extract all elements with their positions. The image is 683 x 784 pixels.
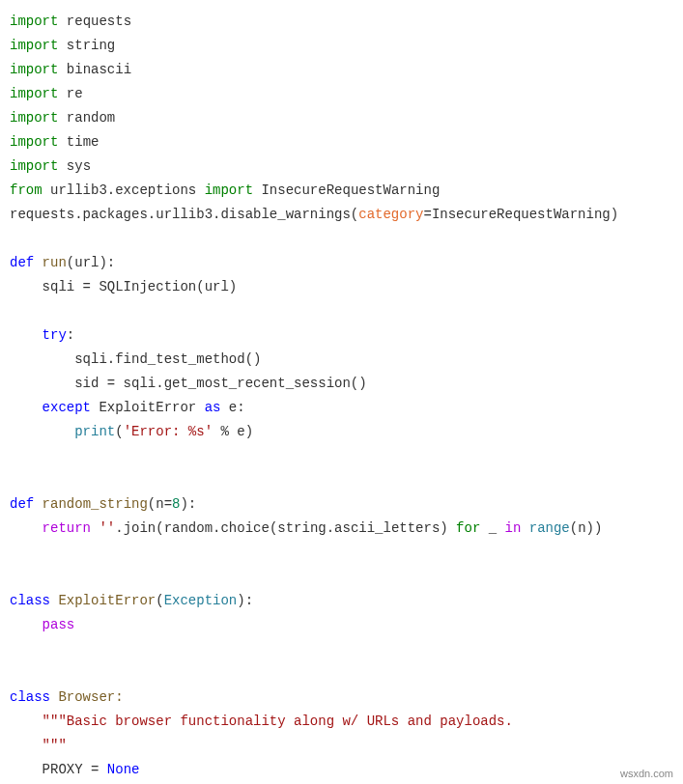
builtin-range: range: [529, 520, 570, 536]
watermark: wsxdn.com: [620, 762, 673, 784]
keyword-import: import: [10, 62, 58, 77]
exception-type: ExploitError: [91, 400, 205, 415]
keyword-pass: pass: [43, 617, 75, 632]
indent: [10, 424, 74, 439]
indent: [10, 738, 43, 753]
string-literal: 'Error: %s': [124, 424, 213, 439]
keyword-def: def: [10, 255, 34, 270]
blank-line: [10, 641, 17, 657]
function-name: run: [34, 255, 67, 270]
keyword-import: import: [10, 134, 58, 150]
builtin-print: print: [74, 424, 115, 439]
blank-line: [10, 231, 17, 246]
class-name: ExploitError: [50, 593, 156, 608]
blank-line: [10, 665, 17, 681]
module-name: sys: [58, 158, 91, 174]
keyword-def: def: [10, 496, 34, 512]
code-text: ):: [180, 496, 196, 512]
module-name: requests: [58, 14, 131, 29]
code-block: import requests import string import bin…: [10, 10, 673, 782]
module-name: binascii: [58, 62, 131, 77]
function-sig: (url):: [67, 255, 115, 270]
constant-none: None: [107, 762, 140, 777]
blank-line: [10, 545, 17, 560]
code-text: requests.packages.urllib3.disable_warnin…: [10, 207, 358, 222]
module-name: re: [58, 86, 82, 101]
code-text: .join(random.choice(string.ascii_letters…: [115, 520, 456, 536]
module-name: string: [58, 38, 115, 53]
import-name: InsecureRequestWarning: [253, 182, 440, 198]
package-name: urllib3.exceptions: [43, 182, 205, 198]
indent: [10, 520, 43, 536]
keyword-try: try: [10, 327, 67, 343]
indent: [10, 714, 43, 729]
code-line: sqli.find_test_method(): [10, 351, 261, 367]
keyword-class: class: [10, 689, 50, 705]
code-text: [521, 520, 528, 536]
keyword-import: import: [10, 110, 58, 126]
keyword-from: from: [10, 182, 43, 198]
code-text: % e): [213, 424, 253, 439]
code-text: =InsecureRequestWarning): [423, 207, 618, 222]
keyword-import: import: [10, 14, 58, 29]
indent: [10, 762, 43, 777]
code-text: e:: [220, 400, 244, 415]
code-text: PROXY =: [43, 762, 107, 777]
keyword-import: import: [205, 182, 253, 198]
indent: [10, 617, 43, 632]
module-name: time: [58, 134, 99, 150]
blank-line: [10, 448, 17, 463]
keyword-for: for: [456, 520, 480, 536]
docstring: """Basic browser functionality along w/ …: [43, 714, 513, 729]
module-name: random: [58, 110, 115, 126]
keyword-except: except: [10, 400, 91, 415]
keyword-as: as: [205, 400, 221, 415]
keyword-import: import: [10, 158, 58, 174]
code-text: (: [115, 424, 123, 439]
code-text: (n=: [148, 496, 172, 512]
code-text: ):: [237, 593, 253, 608]
keyword-return: return: [43, 520, 91, 536]
keyword-class: class: [10, 593, 50, 608]
code-text: (: [156, 593, 163, 608]
docstring: """: [43, 738, 67, 753]
blank-line: [10, 569, 17, 584]
code-text: (n)): [570, 520, 603, 536]
blank-line: [10, 472, 17, 488]
param-name: category: [358, 207, 423, 222]
string-literal: '': [99, 520, 115, 536]
code-text: _: [480, 520, 504, 536]
function-name: random_string: [34, 496, 148, 512]
code-line: sid = sqli.get_most_recent_session(): [10, 376, 367, 391]
colon: :: [67, 327, 74, 343]
keyword-import: import: [10, 86, 58, 101]
keyword-in: in: [505, 520, 522, 536]
keyword-import: import: [10, 38, 58, 53]
blank-line: [10, 303, 17, 319]
class-name: Browser:: [50, 689, 124, 705]
base-class: Exception: [164, 593, 238, 608]
code-line: sqli = SQLInjection(url): [10, 279, 237, 294]
